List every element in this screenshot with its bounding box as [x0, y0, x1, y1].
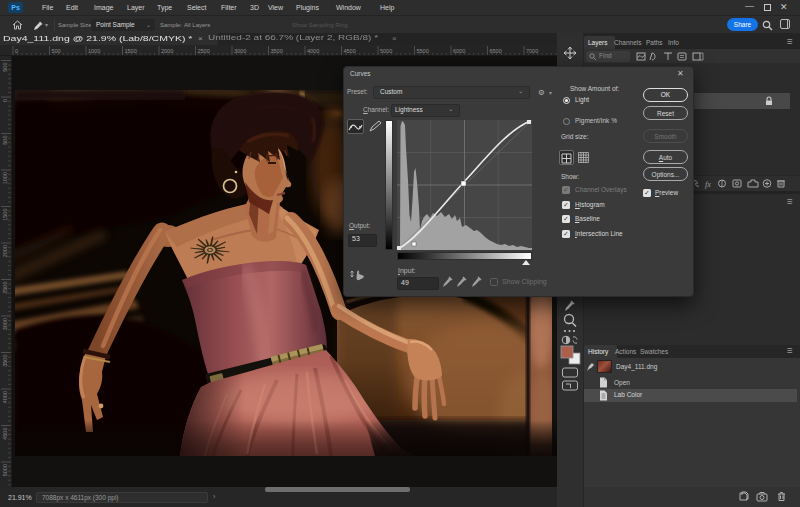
svg-text:500: 500	[2, 63, 8, 72]
svg-text:4000: 4000	[2, 391, 8, 403]
svg-text:1500: 1500	[125, 48, 137, 54]
svg-text:3000: 3000	[2, 318, 8, 330]
svg-text:5000: 5000	[2, 464, 8, 476]
svg-text:3000: 3000	[234, 48, 246, 54]
svg-text:6000: 6000	[453, 48, 465, 54]
svg-text:500: 500	[52, 48, 61, 54]
svg-text:2000: 2000	[2, 245, 8, 257]
svg-text:5000: 5000	[380, 48, 392, 54]
svg-text:1000: 1000	[2, 172, 8, 184]
svg-text:4000: 4000	[307, 48, 319, 54]
svg-text:3500: 3500	[271, 48, 283, 54]
svg-text:500: 500	[2, 136, 8, 145]
svg-text:0: 0	[15, 48, 18, 54]
svg-text:fx: fx	[705, 180, 711, 189]
svg-text:2500: 2500	[198, 48, 210, 54]
svg-text:4500: 4500	[2, 428, 8, 440]
svg-text:2000: 2000	[161, 48, 173, 54]
svg-text:6500: 6500	[490, 48, 502, 54]
svg-text:7000: 7000	[526, 48, 538, 54]
svg-text:0: 0	[2, 99, 8, 102]
svg-text:1000: 1000	[88, 48, 100, 54]
svg-text:4500: 4500	[344, 48, 356, 54]
svg-text:2500: 2500	[2, 282, 8, 294]
svg-text:1500: 1500	[2, 209, 8, 221]
svg-text:3500: 3500	[2, 355, 8, 367]
svg-text:5500: 5500	[417, 48, 429, 54]
